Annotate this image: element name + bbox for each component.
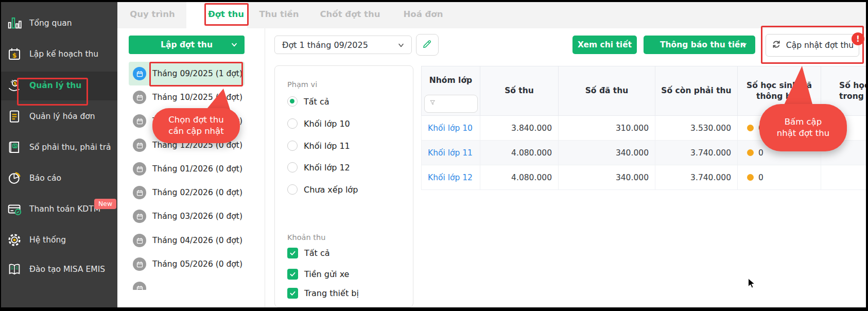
credit-card-icon [6, 201, 23, 217]
students-notified-cell: 0 [738, 165, 821, 190]
month-list: Tháng 09/2025 (1 đợt) Tháng 10/2025 (0 đ… [129, 59, 245, 290]
create-period-button[interactable]: Lập đợt thu [129, 36, 245, 54]
frame-border [0, 0, 868, 2]
sidebar-item-lap-ke-hoach-thu[interactable]: $ Lập kế hoạch thu [0, 42, 117, 66]
calendar-icon [133, 139, 146, 152]
group-link-cell[interactable]: Khối lớp 10 [421, 116, 480, 141]
radio-icon [287, 118, 298, 129]
sidebar-item-label: Quản lý hóa đơn [29, 112, 95, 121]
so-da-thu-cell: 310.000 [559, 116, 655, 141]
calendar-money-icon: $ [6, 46, 23, 62]
tab-bar: Quy trình Đợt thu Thu tiền Chốt đợt thu … [117, 0, 868, 28]
column-header-so-da-thu[interactable]: Số đã thu [559, 66, 655, 116]
calendar-icon [133, 257, 146, 271]
tab-thu-tien[interactable]: Thu tiền [259, 0, 299, 28]
so-da-thu-cell: 340.000 [559, 165, 655, 190]
invoice-icon [6, 109, 23, 124]
frame-border [0, 307, 868, 311]
alert-badge: ! [852, 32, 864, 45]
column-header-nhom-lop: Nhóm lớp [421, 66, 480, 116]
sidebar-item-bao-cao[interactable]: Báo cáo [0, 166, 117, 190]
group-link-cell[interactable]: Khối lớp 12 [421, 165, 480, 190]
calendar-icon [133, 114, 146, 128]
checkbox-checked-icon [287, 269, 298, 280]
period-select[interactable]: Đợt 1 tháng 09/2025 [274, 36, 412, 54]
column-header-so-con-phai-thu[interactable]: Số còn phải thu [655, 66, 738, 116]
radio-icon [287, 141, 298, 151]
edit-period-button[interactable] [416, 34, 439, 56]
radio-khoi-lop-12[interactable]: Khối lớp 12 [287, 161, 350, 174]
tab-chot-dot-thu[interactable]: Chốt đợt thu [320, 0, 380, 28]
filter-scope-title: Phạm vi [287, 80, 317, 89]
sidebar-item-tong-quan[interactable]: Tổng quan [0, 11, 117, 35]
so-con-phai-thu-cell: 3.530.000 [655, 116, 738, 141]
ledger-icon: $ [6, 140, 23, 155]
calendar-icon [133, 282, 146, 290]
radio-khoi-lop-11[interactable]: Khối lớp 11 [287, 140, 350, 152]
mouse-cursor [748, 278, 756, 290]
sidebar-item-label: Sổ phải thu, phải trả [29, 143, 111, 152]
new-badge: New [94, 199, 116, 209]
tab-hoa-don[interactable]: Hoá đơn [404, 0, 443, 28]
sidebar-item-so-phai-thu-phai-tra[interactable]: $ Sổ phải thu, phải trả [0, 135, 117, 159]
so-con-phai-thu-cell: 3.740.000 [655, 165, 738, 190]
chevron-down-icon [397, 41, 405, 51]
frame-border [866, 0, 868, 311]
month-item-09-2025[interactable]: Tháng 09/2025 (1 đợt) [129, 62, 245, 85]
calendar-icon [133, 210, 146, 223]
checkbox-checked-icon [287, 248, 298, 258]
so-thu-cell: 3.840.000 [480, 116, 559, 141]
svg-text:$: $ [13, 80, 17, 86]
status-dot-icon [747, 125, 754, 131]
radio-icon [287, 162, 298, 172]
month-item-partial[interactable] [129, 277, 245, 290]
month-item-01-2026[interactable]: Tháng 01/2026 (0 đợt) [129, 157, 245, 181]
sidebar: Tổng quan $ Lập kế hoạch thu $ Quản lý t… [0, 0, 117, 311]
sidebar-item-label: Tổng quan [29, 19, 72, 28]
notify-collect-button[interactable]: Thông báo thu tiền [644, 36, 755, 54]
tab-dot-thu[interactable]: Đợt thu [208, 0, 244, 28]
pie-chart-icon [6, 170, 23, 186]
month-item-05-2026[interactable]: Tháng 05/2026 (0 đợt) [129, 252, 245, 276]
sidebar-item-label: Đào tạo MISA EMIS [29, 265, 105, 274]
month-item-03-2026[interactable]: Tháng 03/2026 (0 đợt) [129, 204, 245, 228]
sidebar-item-label: Lập kế hoạch thu [29, 49, 98, 59]
sidebar-item-quan-ly-hoa-don[interactable]: Quản lý hóa đơn [0, 105, 117, 128]
group-link-cell[interactable]: Khối lớp 11 [421, 141, 480, 165]
calendar-icon [133, 67, 146, 80]
group-filter-input[interactable] [424, 95, 478, 113]
calendar-icon [133, 186, 146, 199]
month-item-02-2026[interactable]: Tháng 02/2026 (0 đợt) [129, 181, 245, 204]
chevron-down-icon [230, 41, 238, 51]
sidebar-item-label: Hệ thống [29, 235, 66, 245]
chevron-down-icon [740, 41, 748, 51]
table-row: Khối lớp 12 4.080.000 340.000 3.740.000 … [421, 165, 868, 190]
checkbox-trang-thiet-bi[interactable]: Trang thiết bị [287, 287, 359, 299]
checkbox-tat-ca[interactable]: Tất cả [287, 247, 330, 259]
column-header-so-thu[interactable]: Số thu [480, 66, 559, 116]
view-detail-button[interactable]: Xem chi tiết [572, 36, 637, 54]
svg-text:$: $ [12, 51, 17, 59]
month-item-04-2026[interactable]: Tháng 04/2026 (0 đợt) [129, 229, 245, 252]
sidebar-item-dao-tao-misa-emis[interactable]: Đào tạo MISA EMIS [0, 257, 117, 281]
calendar-icon [133, 162, 146, 176]
status-dot-icon [747, 149, 754, 156]
svg-text:$: $ [13, 144, 16, 148]
radio-tat-ca[interactable]: Tất cả [287, 95, 329, 108]
gear-icon [6, 232, 23, 248]
tab-quy-trinh[interactable]: Quy trình [130, 0, 175, 28]
open-book-icon [6, 262, 23, 277]
radio-khoi-lop-10[interactable]: Khối lớp 10 [287, 117, 350, 130]
checkbox-tien-gui-xe[interactable]: Tiền gửi xe [287, 268, 349, 280]
sidebar-item-quan-ly-thu[interactable]: $ Quản lý thu [0, 74, 117, 97]
sidebar-item-he-thong[interactable]: Hệ thống [0, 228, 117, 252]
radio-chua-xep-lop[interactable]: Chưa xếp lớp [287, 183, 358, 196]
radio-icon [287, 96, 298, 107]
sidebar-item-label: Quản lý thu [29, 81, 81, 90]
so-thu-cell: 4.080.000 [480, 165, 559, 190]
update-period-button[interactable]: Cập nhật đợt thu [766, 34, 859, 57]
callout-select-period: Chọn đợt thu cần cập nhật [152, 108, 240, 143]
bar-chart-icon [6, 15, 23, 31]
funnel-icon [429, 98, 436, 109]
status-dot-icon [747, 174, 754, 181]
